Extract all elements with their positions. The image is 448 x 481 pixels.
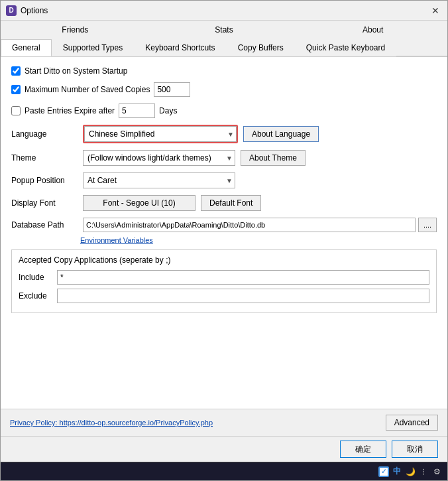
language-label: Language <box>11 129 78 139</box>
tab-supported-types[interactable]: Supported Types <box>52 39 135 56</box>
tray-dots-icon[interactable]: ⁝ <box>418 466 429 477</box>
exclude-row: Exclude <box>19 289 429 303</box>
tabs-row1: Friends Stats About <box>1 21 447 38</box>
startup-checkbox[interactable] <box>11 66 21 76</box>
tab-quick-paste[interactable]: Quick Paste Keyboard <box>295 39 396 56</box>
popup-position-row: Popup Position At Caret At Mouse At Fixe… <box>11 172 437 188</box>
theme-select[interactable]: (Follow windows light/dark themes) Light… <box>83 150 235 166</box>
ok-button[interactable]: 确定 <box>340 441 386 458</box>
bottom-bar: Privacy Policy: https://ditto-op.sourcef… <box>1 409 447 436</box>
privacy-link[interactable]: Privacy Policy: https://ditto-op.sourcef… <box>10 419 213 427</box>
theme-control: (Follow windows light/dark themes) Light… <box>83 150 437 166</box>
tab-friends[interactable]: Friends <box>1 21 150 38</box>
popup-position-label: Popup Position <box>11 176 78 185</box>
startup-label: Start Ditto on System Startup <box>25 66 127 76</box>
default-font-button[interactable]: Default Font <box>201 195 261 211</box>
include-label: Include <box>19 273 52 282</box>
titlebar-left: D Options <box>6 5 48 16</box>
dialog-buttons: 确定 取消 <box>1 436 447 462</box>
font-button[interactable]: Font - Segoe UI (10) <box>83 195 196 211</box>
paste-expire-row: Paste Entries Expire after Days <box>11 103 437 118</box>
database-browse-button[interactable]: .... <box>418 218 437 232</box>
advanced-button[interactable]: Advanced <box>386 415 438 431</box>
tray-checkmark: ✓ <box>381 468 386 475</box>
tab-keyboard-shortcuts[interactable]: Keyboard Shortcuts <box>134 39 226 56</box>
display-font-row: Display Font Font - Segoe UI (10) Defaul… <box>11 195 437 211</box>
main-content: Start Ditto on System Startup Maximum Nu… <box>1 57 447 409</box>
popup-position-control: At Caret At Mouse At Fixed Position ▼ <box>83 172 437 188</box>
language-control: Chinese Simplified English German French… <box>83 125 437 143</box>
language-row: Language Chinese Simplified English Germ… <box>11 125 437 143</box>
tray-checkbox-icon[interactable]: ✓ <box>378 466 389 477</box>
language-select[interactable]: Chinese Simplified English German French <box>84 126 237 142</box>
max-copies-label: Maximum Number of Saved Copies <box>25 85 150 94</box>
popup-select-wrapper: At Caret At Mouse At Fixed Position ▼ <box>83 172 235 188</box>
taskbar: ✓ 中 🌙 ⁝ ⚙ <box>1 462 447 480</box>
database-path-row: Database Path .... <box>11 218 437 232</box>
theme-select-wrapper: (Follow windows light/dark themes) Light… <box>83 150 235 166</box>
paste-expire-input[interactable] <box>119 103 155 118</box>
tray-moon-icon[interactable]: 🌙 <box>405 466 416 477</box>
accepted-copy-apps-title: Accepted Copy Applications (seperate by … <box>19 255 429 265</box>
close-button[interactable]: ✕ <box>429 4 442 17</box>
exclude-input[interactable] <box>57 289 429 303</box>
tray-zh-icon[interactable]: 中 <box>392 466 402 477</box>
titlebar: D Options ✕ <box>1 1 447 21</box>
tab-about[interactable]: About <box>298 21 447 38</box>
database-path-label: Database Path <box>11 220 78 230</box>
theme-row: Theme (Follow windows light/dark themes)… <box>11 150 437 166</box>
app-icon: D <box>6 5 17 16</box>
accepted-copy-apps-section: Accepted Copy Applications (seperate by … <box>11 249 437 313</box>
database-path-input[interactable] <box>83 218 416 232</box>
paste-expire-label: Paste Entries Expire after <box>25 106 115 115</box>
environment-variables-link[interactable]: Environment Variables <box>80 236 437 244</box>
options-window: D Options ✕ Friends Stats About General … <box>0 0 448 481</box>
tab-general[interactable]: General <box>1 39 52 56</box>
language-select-wrapper: Chinese Simplified English German French… <box>83 125 238 143</box>
cancel-button[interactable]: 取消 <box>392 441 438 458</box>
tabs-row2: General Supported Types Keyboard Shortcu… <box>1 38 447 57</box>
theme-label: Theme <box>11 153 78 163</box>
startup-row: Start Ditto on System Startup <box>11 66 437 76</box>
include-input[interactable] <box>57 270 429 285</box>
popup-position-select[interactable]: At Caret At Mouse At Fixed Position <box>83 172 235 188</box>
max-copies-row: Maximum Number of Saved Copies <box>11 82 437 97</box>
display-font-control: Font - Segoe UI (10) Default Font <box>83 195 437 211</box>
display-font-label: Display Font <box>11 198 78 208</box>
database-path-control: .... <box>83 218 437 232</box>
paste-expire-checkbox[interactable] <box>11 106 21 115</box>
window-title: Options <box>21 6 48 15</box>
max-copies-checkbox[interactable] <box>11 85 21 94</box>
days-label: Days <box>159 106 177 115</box>
about-language-button[interactable]: About Language <box>243 126 319 142</box>
tab-stats[interactable]: Stats <box>150 21 299 38</box>
exclude-label: Exclude <box>19 291 52 301</box>
include-row: Include <box>19 270 429 285</box>
tab-copy-buffers[interactable]: Copy Buffers <box>227 39 295 56</box>
about-theme-button[interactable]: About Theme <box>241 150 306 166</box>
tray-gear-icon[interactable]: ⚙ <box>431 466 442 477</box>
max-copies-input[interactable] <box>154 82 190 97</box>
